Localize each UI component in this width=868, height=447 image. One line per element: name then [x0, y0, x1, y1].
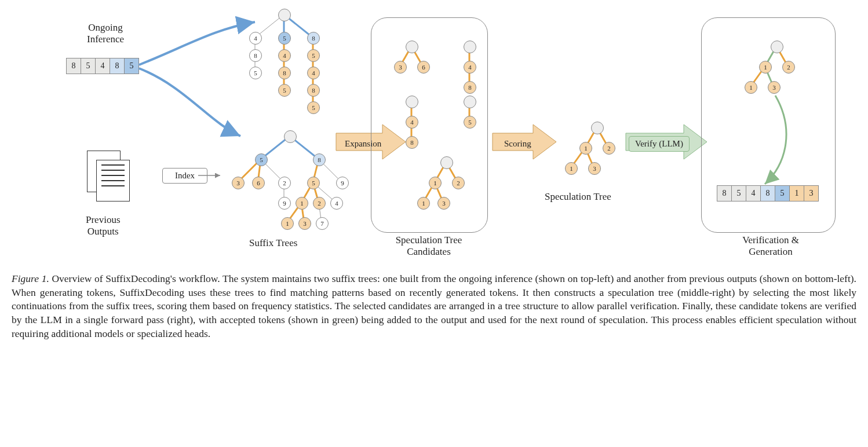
figure-caption: Figure 1. Overview of SuffixDecoding's w…	[12, 272, 856, 340]
suffix-tree-top: 485548585485	[232, 9, 336, 119]
tree-node: 4	[249, 32, 262, 45]
verification-label: Verification &Generation	[736, 235, 805, 258]
token: 4	[746, 185, 761, 201]
tree-node: 1	[281, 217, 294, 230]
tree-node: 2	[603, 142, 615, 155]
candidate-tree: 48	[388, 96, 446, 153]
tree-node: 2	[452, 177, 465, 189]
candidate-tree: 1213	[411, 156, 469, 214]
scoring-label: Scoring	[498, 137, 537, 151]
tree-node: 8	[307, 32, 320, 45]
tree-node: 3	[394, 61, 407, 74]
tree-node: 8	[406, 136, 418, 149]
suffix-trees-label: Suffix Trees	[249, 237, 297, 249]
tree-node: 3	[437, 197, 450, 210]
previous-outputs-label: PreviousOutputs	[86, 214, 121, 238]
token: 1	[789, 185, 804, 201]
ongoing-inference-label: OngoingInference	[87, 22, 124, 46]
candidate-tree: 48	[452, 41, 510, 98]
caption-text: Overview of SuffixDecoding's workflow. T…	[12, 273, 856, 339]
input-token-row: 85485	[67, 58, 139, 74]
tree-node: 8	[278, 67, 291, 79]
tree-node	[406, 41, 418, 53]
token: 8	[110, 58, 125, 74]
tree-node	[440, 156, 453, 169]
tree-node: 8	[307, 84, 320, 97]
tree-node	[406, 96, 418, 108]
tree-node: 8	[464, 81, 476, 94]
token: 5	[731, 185, 746, 201]
tree-node: 1	[759, 61, 772, 74]
token: 8	[717, 185, 732, 201]
tree-node: 1	[296, 197, 308, 210]
candidate-tree: 36	[388, 41, 446, 98]
tree-node: 6	[252, 177, 265, 189]
token: 4	[95, 58, 110, 74]
tree-node: 4	[330, 197, 343, 210]
tree-node: 3	[298, 217, 311, 230]
tree-node: 4	[406, 116, 418, 129]
tree-node	[464, 96, 476, 108]
tree-node: 2	[313, 197, 326, 210]
token: 8	[66, 58, 81, 74]
tree-node: 5	[307, 177, 320, 189]
tree-node: 5	[278, 32, 291, 45]
verify-label: Verify (LLM)	[629, 136, 690, 152]
tree-node	[284, 130, 297, 143]
tree-node: 1	[429, 177, 442, 189]
tree-node: 1	[745, 81, 757, 94]
tree-node: 6	[417, 61, 430, 74]
tree-node: 5	[464, 116, 476, 129]
tree-node: 9	[278, 197, 291, 210]
tree-node: 1	[579, 142, 592, 155]
tree-node: 3	[588, 162, 601, 175]
tree-node: 5	[255, 153, 268, 166]
tree-node	[278, 9, 291, 21]
diagram-canvas: OngoingInference 85485 PreviousOutputs I…	[12, 12, 856, 266]
tree-node	[771, 41, 783, 53]
tree-node: 3	[768, 81, 781, 94]
tree-node: 5	[278, 84, 291, 97]
token: 8	[760, 185, 775, 201]
tree-node: 4	[307, 67, 320, 79]
tree-node: 5	[307, 49, 320, 62]
tree-node	[591, 122, 604, 134]
speculation-tree: 1213	[556, 122, 620, 179]
output-token-row: 8548513	[717, 185, 819, 201]
candidates-trees: 36484851213	[388, 41, 487, 214]
tree-node: 2	[782, 61, 795, 74]
tree-node: 8	[249, 49, 262, 62]
token: 5	[124, 58, 139, 74]
tree-node: 9	[336, 177, 349, 189]
token: 5	[775, 185, 790, 201]
suffix-tree-bottom: 58362599124137	[220, 130, 353, 235]
docs-icon	[87, 151, 133, 203]
token: 5	[81, 58, 96, 74]
tree-node: 2	[278, 177, 291, 189]
tree-node: 8	[313, 153, 326, 166]
index-label: Index	[162, 168, 207, 184]
speculation-tree-label: Speculation Tree	[545, 191, 611, 203]
tree-node: 1	[565, 162, 578, 175]
token: 3	[804, 185, 819, 201]
tree-node: 3	[232, 177, 245, 189]
tree-node: 4	[464, 61, 476, 74]
candidates-label: Speculation TreeCandidates	[388, 235, 469, 258]
tree-node: 5	[249, 67, 262, 79]
tree-node	[464, 41, 476, 53]
tree-node: 4	[278, 49, 291, 62]
tree-node: 5	[307, 101, 320, 114]
tree-node: 7	[316, 217, 329, 230]
verification-tree: 1213	[736, 41, 805, 98]
tree-node: 1	[417, 197, 430, 210]
figure-number: Figure 1.	[12, 273, 49, 284]
